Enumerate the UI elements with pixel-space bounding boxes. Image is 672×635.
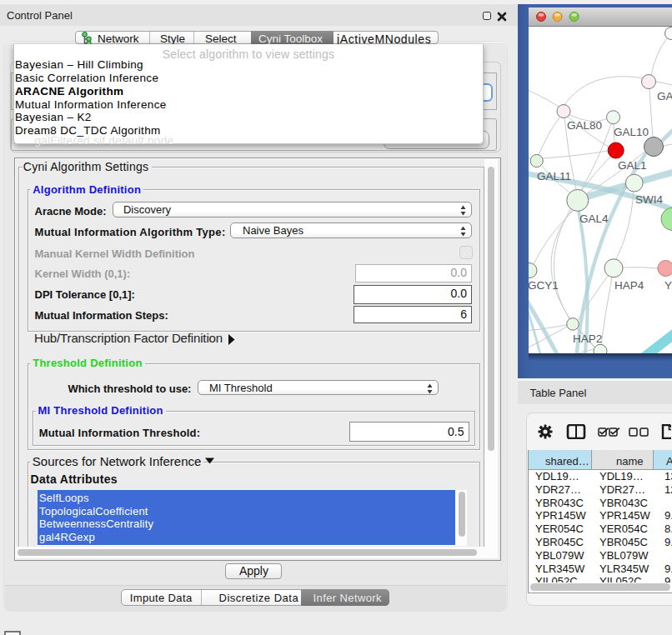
svg-text:GAL10: GAL10: [614, 126, 649, 138]
svg-text:GAL2: GAL2: [657, 90, 672, 102]
svg-text:SWI4: SWI4: [635, 193, 663, 206]
svg-text:Y: Y: [664, 279, 672, 292]
svg-text:GAL11: GAL11: [537, 170, 571, 182]
svg-text:HAP4: HAP4: [614, 279, 644, 292]
svg-text:GAL4: GAL4: [579, 212, 609, 225]
svg-text:GCY1: GCY1: [529, 279, 559, 292]
svg-text:GAL1: GAL1: [618, 159, 647, 172]
svg-text:HAP2: HAP2: [573, 332, 602, 345]
svg-text:GAL80: GAL80: [567, 119, 602, 132]
